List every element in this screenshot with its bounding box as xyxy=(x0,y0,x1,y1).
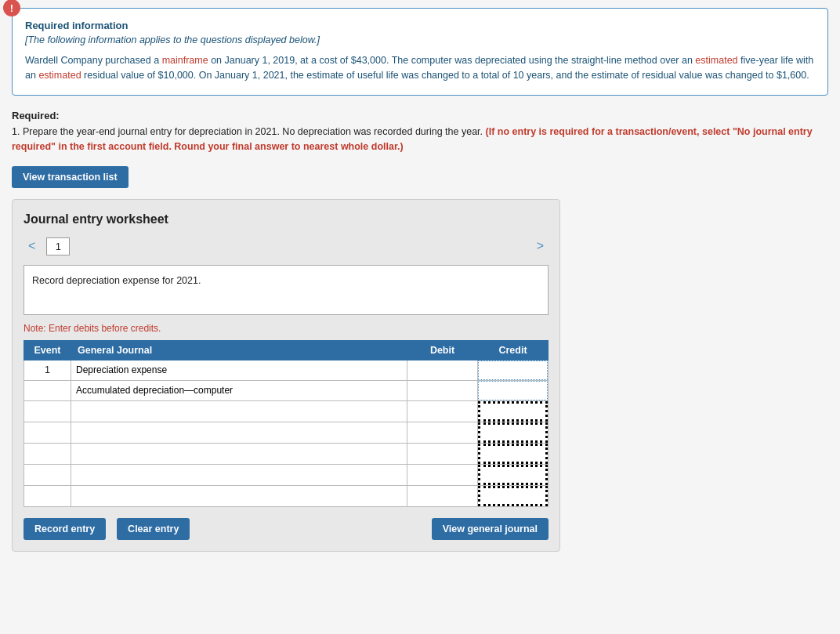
credit-cell[interactable] xyxy=(478,464,549,485)
worksheet-title: Journal entry worksheet xyxy=(24,212,549,226)
journal-input[interactable] xyxy=(71,401,407,422)
credit-input[interactable] xyxy=(478,444,548,464)
debit-input[interactable] xyxy=(407,422,477,443)
event-cell xyxy=(24,400,71,422)
required-label: Required: xyxy=(12,110,828,121)
view-transaction-button[interactable]: View transaction list xyxy=(12,166,129,188)
debit-cell[interactable] xyxy=(407,360,478,380)
credit-cell[interactable] xyxy=(478,380,549,400)
description-text: Record depreciation expense for 2021. xyxy=(32,275,201,286)
credit-cell[interactable] xyxy=(478,422,549,443)
table-row xyxy=(24,400,549,422)
credit-input[interactable] xyxy=(478,381,548,400)
table-row xyxy=(24,485,549,506)
journal-cell[interactable] xyxy=(71,400,407,422)
credit-input[interactable] xyxy=(478,360,548,380)
info-body: Wardell Company purchased a mainframe on… xyxy=(25,53,815,84)
credit-cell[interactable] xyxy=(478,443,549,464)
table-row xyxy=(24,464,549,485)
debit-input[interactable] xyxy=(407,444,477,464)
event-cell: 1 xyxy=(24,360,71,380)
journal-input[interactable] xyxy=(71,360,407,380)
event-cell xyxy=(24,422,71,443)
prev-page-button[interactable]: < xyxy=(24,238,40,254)
next-page-button[interactable]: > xyxy=(532,238,549,254)
highlight-mainframe: mainframe xyxy=(162,55,208,66)
view-general-journal-button[interactable]: View general journal xyxy=(432,518,549,540)
table-row xyxy=(24,422,549,443)
event-cell xyxy=(24,485,71,506)
button-row: Record entry Clear entry View general jo… xyxy=(24,518,549,540)
col-credit: Credit xyxy=(478,340,549,360)
page-number: 1 xyxy=(46,237,70,255)
journal-cell[interactable] xyxy=(71,360,407,380)
journal-input[interactable] xyxy=(71,422,407,443)
col-event: Event xyxy=(24,340,71,360)
journal-input[interactable] xyxy=(71,486,407,506)
debit-cell[interactable] xyxy=(407,400,478,422)
credit-input[interactable] xyxy=(478,465,548,485)
col-debit: Debit xyxy=(407,340,478,360)
journal-cell[interactable] xyxy=(71,443,407,464)
credit-cell[interactable] xyxy=(478,485,549,506)
nav-row: < 1 > xyxy=(24,237,549,255)
debit-input[interactable] xyxy=(407,465,477,485)
event-cell xyxy=(24,464,71,485)
journal-input[interactable] xyxy=(71,381,407,400)
credit-input[interactable] xyxy=(478,486,548,506)
debit-cell[interactable] xyxy=(407,464,478,485)
debit-input[interactable] xyxy=(407,486,477,506)
description-box: Record depreciation expense for 2021. xyxy=(24,265,549,315)
debit-cell[interactable] xyxy=(407,485,478,506)
col-journal: General Journal xyxy=(71,340,407,360)
credit-cell[interactable] xyxy=(478,400,549,422)
required-desc: 1. Prepare the year-end journal entry fo… xyxy=(12,125,828,155)
view-transaction-container: View transaction list xyxy=(12,166,828,188)
table-row: 1 xyxy=(24,360,549,380)
alert-icon: ! xyxy=(3,0,20,16)
worksheet-container: Journal entry worksheet < 1 > Record dep… xyxy=(12,199,560,552)
journal-cell[interactable] xyxy=(71,422,407,443)
credit-input[interactable] xyxy=(478,422,548,443)
journal-input[interactable] xyxy=(71,465,407,485)
journal-table: Event General Journal Debit Credit 1 xyxy=(24,340,549,507)
required-desc1: 1. Prepare the year-end journal entry fo… xyxy=(12,126,486,137)
journal-cell[interactable] xyxy=(71,464,407,485)
debit-input[interactable] xyxy=(407,381,477,400)
debit-input[interactable] xyxy=(407,360,477,380)
table-row xyxy=(24,380,549,400)
info-subtitle: [The following information applies to th… xyxy=(25,34,815,45)
highlight-estimated2: estimated xyxy=(38,70,81,81)
info-title: Required information xyxy=(25,20,815,31)
event-cell xyxy=(24,443,71,464)
info-box: ! Required information [The following in… xyxy=(12,8,828,96)
debit-input[interactable] xyxy=(407,401,477,422)
event-cell xyxy=(24,380,71,400)
credit-input[interactable] xyxy=(478,401,548,422)
journal-cell[interactable] xyxy=(71,485,407,506)
record-entry-button[interactable]: Record entry xyxy=(24,518,106,540)
note-text: Note: Enter debits before credits. xyxy=(24,323,549,334)
debit-cell[interactable] xyxy=(407,422,478,443)
required-section: Required: 1. Prepare the year-end journa… xyxy=(12,110,828,155)
debit-cell[interactable] xyxy=(407,380,478,400)
table-row xyxy=(24,443,549,464)
debit-cell[interactable] xyxy=(407,443,478,464)
highlight-estimated: estimated xyxy=(695,55,737,66)
clear-entry-button[interactable]: Clear entry xyxy=(117,518,190,540)
journal-input[interactable] xyxy=(71,444,407,464)
journal-cell[interactable] xyxy=(71,380,407,400)
credit-cell[interactable] xyxy=(478,360,549,380)
